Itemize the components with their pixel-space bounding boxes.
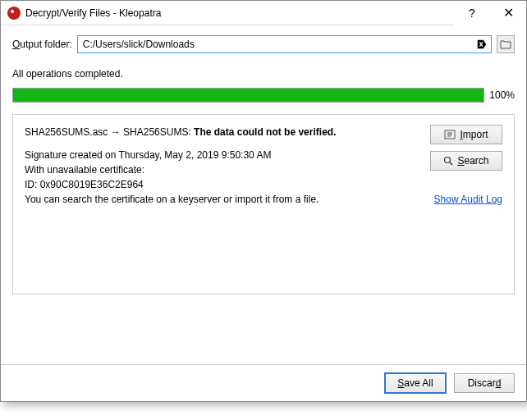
import-icon <box>444 130 456 139</box>
certificate-id-line: ID: 0x90C8019E36C2E964 <box>25 177 422 192</box>
progress-bar <box>12 88 484 103</box>
window-title: Decrypt/Verify Files - Kleopatra <box>25 7 161 19</box>
status-text: All operations completed. <box>12 68 515 80</box>
output-folder-label: Output folder: <box>12 39 72 50</box>
app-icon <box>7 7 21 20</box>
progress-row: 100% <box>12 88 515 103</box>
result-text: SHA256SUMS.asc → SHA256SUMS: The data co… <box>25 125 422 207</box>
result-file-from: SHA256SUMS.asc <box>25 126 108 138</box>
progress-percent: 100% <box>489 89 515 101</box>
arrow-icon: → <box>111 126 121 138</box>
discard-button[interactable]: Discard <box>454 373 515 393</box>
save-all-button[interactable]: Save All <box>385 373 446 393</box>
clear-input-icon[interactable] <box>475 38 488 51</box>
close-button[interactable]: ✕ <box>490 1 526 25</box>
search-icon <box>443 156 453 166</box>
result-actions: Import Search Show Audit Log <box>430 125 502 205</box>
folder-icon <box>500 39 511 49</box>
content-area: Output folder: All operations completed.… <box>1 25 526 364</box>
show-audit-log-link[interactable]: Show Audit Log <box>430 194 502 205</box>
output-folder-row: Output folder: <box>12 35 515 53</box>
svg-point-1 <box>445 158 451 163</box>
output-folder-input[interactable] <box>77 35 492 53</box>
result-file-to: SHA256SUMS: <box>123 126 191 138</box>
dialog-window: Decrypt/Verify Files - Kleopatra ? ✕ Out… <box>0 0 527 402</box>
certificate-status-line: With unavailable certificate: <box>25 162 422 177</box>
signature-date-line: Signature created on Thursday, May 2, 20… <box>25 148 422 162</box>
search-button[interactable]: Search <box>430 151 502 171</box>
svg-line-2 <box>450 162 452 165</box>
hint-line: You can search the certificate on a keys… <box>25 192 422 207</box>
help-button[interactable]: ? <box>454 1 490 25</box>
titlebar: Decrypt/Verify Files - Kleopatra ? ✕ <box>1 1 526 25</box>
result-panel: SHA256SUMS.asc → SHA256SUMS: The data co… <box>12 114 515 294</box>
output-folder-field-wrap <box>77 35 492 53</box>
result-verdict: The data could not be verified. <box>194 126 336 138</box>
browse-folder-button[interactable] <box>497 35 515 53</box>
dialog-footer: Save All Discard <box>1 364 526 401</box>
result-header: SHA256SUMS.asc → SHA256SUMS: The data co… <box>25 125 422 139</box>
import-button[interactable]: Import <box>430 125 502 144</box>
